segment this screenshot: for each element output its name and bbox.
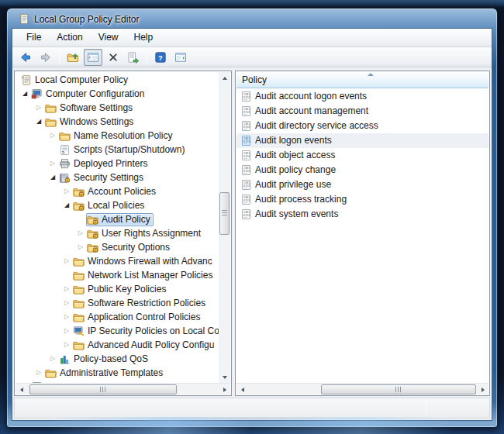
- menu-action[interactable]: Action: [49, 29, 90, 46]
- tree-item-software-restriction-policies[interactable]: ▷Software Restriction Policies: [16, 296, 219, 310]
- tree-item-application-control-policies[interactable]: ▷Application Control Policies: [16, 310, 219, 324]
- title-bar[interactable]: Local Group Policy Editor: [8, 9, 496, 29]
- horizontal-scroll-thumb[interactable]: [321, 384, 476, 394]
- back-button[interactable]: [16, 49, 35, 66]
- tree-item-label: Policy-based QoS: [74, 352, 148, 366]
- scroll-right-button[interactable]: [219, 384, 230, 395]
- tree-item-security-options[interactable]: ▷Security Options: [16, 240, 219, 254]
- expand-chevron-icon[interactable]: ▷: [47, 352, 58, 366]
- tree-item-local-policies[interactable]: ◢Local Policies: [16, 198, 219, 212]
- tree-item-deployed-printers[interactable]: ▷Deployed Printers: [16, 157, 219, 170]
- tree-item-label: Network List Manager Policies: [88, 268, 212, 282]
- expand-chevron-icon[interactable]: ▷: [75, 226, 86, 240]
- help-button[interactable]: ?: [151, 49, 170, 66]
- tree-item-computer-configuration[interactable]: ◢Computer Configuration: [16, 87, 219, 101]
- expand-chevron-icon[interactable]: ▷: [33, 101, 44, 115]
- svg-text:10: 10: [247, 184, 250, 188]
- folder-icon: [73, 339, 85, 351]
- policy-item-audit-directory-service-access[interactable]: 10010110Audit directory service access: [236, 119, 488, 133]
- expand-chevron-icon[interactable]: ▷: [61, 338, 72, 352]
- svg-text:?: ?: [158, 53, 163, 61]
- column-header-policy[interactable]: Policy: [236, 72, 488, 88]
- show-console-tree-icon: [87, 51, 99, 64]
- folder-icon: [73, 256, 85, 267]
- tree-item-label: Public Key Policies: [88, 282, 166, 296]
- tree-horizontal-scrollbar[interactable]: [16, 383, 230, 394]
- tree-item-label: Account Policies: [88, 184, 156, 198]
- policy-item-audit-system-events[interactable]: 10010110Audit system events: [236, 207, 488, 222]
- expand-chevron-icon[interactable]: ▷: [47, 157, 58, 170]
- tree-item-network-list-manager-policies[interactable]: Network List Manager Policies: [16, 268, 219, 282]
- policy-item-audit-object-access[interactable]: 10010110Audit object access: [236, 148, 488, 163]
- computer-icon: [31, 88, 43, 100]
- scroll-right-button[interactable]: [477, 384, 488, 395]
- horizontal-scroll-thumb[interactable]: [29, 384, 177, 394]
- policy-item-audit-privilege-use[interactable]: 10010110Audit privilege use: [236, 177, 488, 192]
- policy-doc-icon: 10010110: [240, 179, 252, 191]
- expand-chevron-icon[interactable]: ▷: [61, 310, 72, 324]
- folder-lock-icon: [73, 200, 85, 212]
- expand-chevron-icon[interactable]: ▷: [47, 129, 58, 143]
- expand-chevron-icon[interactable]: ▷: [61, 282, 72, 296]
- expand-chevron-icon[interactable]: ▷: [75, 240, 86, 254]
- export-list-button[interactable]: [124, 49, 143, 66]
- tree-item-advanced-audit-policy-configu[interactable]: ▷Advanced Audit Policy Configu: [16, 338, 219, 352]
- tree-item-name-resolution-policy[interactable]: ▷Name Resolution Policy: [16, 129, 219, 143]
- delete-button[interactable]: [104, 49, 123, 66]
- tree-item-local-computer-policy[interactable]: Local Computer Policy: [16, 73, 219, 87]
- tree-item-public-key-policies[interactable]: ▷Public Key Policies: [16, 282, 219, 296]
- triangle-down-icon: [223, 376, 227, 379]
- collapse-chevron-icon[interactable]: ◢: [33, 115, 44, 129]
- expand-chevron-icon[interactable]: ▷: [61, 324, 72, 338]
- collapse-chevron-icon[interactable]: ◢: [47, 170, 58, 184]
- menu-help[interactable]: Help: [126, 29, 161, 46]
- policy-item-audit-account-management[interactable]: 10010110Audit account management: [236, 104, 488, 119]
- tree-item-account-policies[interactable]: ▷Account Policies: [16, 184, 219, 198]
- forward-button[interactable]: [36, 49, 55, 66]
- svg-text:10: 10: [247, 95, 250, 99]
- collapse-chevron-icon[interactable]: ◢: [19, 87, 30, 101]
- show-action-pane-button[interactable]: [171, 49, 190, 66]
- scroll-left-button[interactable]: [236, 384, 248, 395]
- tree-item-policy-based-qos[interactable]: ▷Policy-based QoS: [16, 352, 219, 366]
- tree-item-security-settings[interactable]: ◢Security Settings: [16, 170, 219, 184]
- svg-text:10: 10: [247, 169, 250, 173]
- tree-item-label: Windows Settings: [60, 115, 133, 129]
- policy-item-audit-account-logon-events[interactable]: 10010110Audit account logon events: [236, 89, 488, 104]
- tree-item-audit-policy[interactable]: Audit Policy: [16, 212, 219, 226]
- menu-view[interactable]: View: [91, 29, 126, 46]
- gpedit-scroll-icon: [18, 13, 29, 25]
- policy-item-audit-policy-change[interactable]: 10010110Audit policy change: [236, 163, 488, 177]
- policy-item-audit-process-tracking[interactable]: 10010110Audit process tracking: [236, 192, 488, 207]
- menu-bar: FileActionViewHelp: [12, 29, 492, 47]
- svg-text:10: 10: [247, 198, 250, 202]
- tree-vertical-scrollbar[interactable]: [219, 72, 230, 383]
- show-console-tree-button[interactable]: [84, 49, 102, 66]
- policy-item-audit-logon-events[interactable]: 10010110Audit logon events: [236, 133, 488, 148]
- tree-item-user-rights-assignment[interactable]: ▷User Rights Assignment: [16, 226, 219, 240]
- policy-item-label: Audit privilege use: [255, 177, 331, 192]
- collapse-chevron-icon[interactable]: ◢: [61, 198, 72, 212]
- vertical-scroll-thumb[interactable]: [219, 192, 230, 235]
- tree-item-label: Software Restriction Policies: [88, 296, 205, 310]
- tree-item-ip-security-policies-on-local-co[interactable]: ▷IP Security Policies on Local Co: [16, 324, 219, 338]
- scroll-left-button[interactable]: [16, 384, 27, 395]
- tree-item-software-settings[interactable]: ▷Software Settings: [16, 101, 219, 115]
- folder-lock-icon: [87, 214, 99, 226]
- menu-file[interactable]: File: [19, 29, 49, 46]
- tree-item-windows-settings[interactable]: ◢Windows Settings: [16, 115, 219, 129]
- expand-chevron-icon[interactable]: ▷: [61, 296, 72, 310]
- expand-chevron-icon[interactable]: ▷: [33, 366, 44, 380]
- triangle-left-icon: [20, 388, 23, 392]
- tree-item-windows-firewall-with-advanc[interactable]: ▷Windows Firewall with Advanc: [16, 254, 219, 268]
- scroll-up-button[interactable]: [219, 72, 230, 84]
- expand-chevron-icon[interactable]: ▷: [61, 254, 72, 268]
- expand-chevron-icon[interactable]: ▷: [61, 184, 72, 198]
- tree-item-label: Advanced Audit Policy Configu: [88, 338, 214, 352]
- up-one-level-button[interactable]: [64, 49, 82, 66]
- tree-item-administrative-templates[interactable]: ▷Administrative Templates: [16, 366, 219, 380]
- client-area: FileActionViewHelp ? Local Computer Poli…: [12, 29, 492, 420]
- tree-item-scripts-startup-shutdown[interactable]: Scripts (Startup/Shutdown): [16, 143, 219, 157]
- scroll-down-button[interactable]: [219, 371, 230, 383]
- list-horizontal-scrollbar[interactable]: [236, 383, 488, 394]
